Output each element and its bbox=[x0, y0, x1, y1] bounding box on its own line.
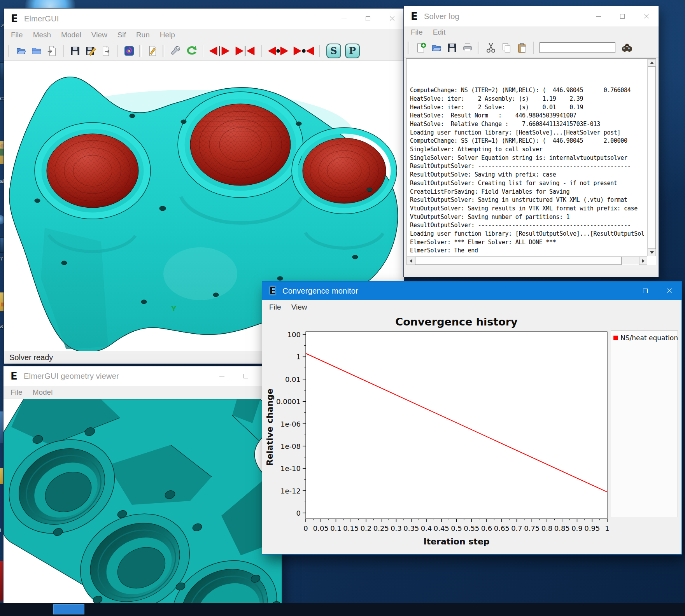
log-line: VtuOutputSolver: Saving results in VTK X… bbox=[410, 205, 647, 213]
minimize-button[interactable] bbox=[210, 366, 234, 386]
save-icon[interactable] bbox=[67, 43, 83, 59]
minimize-button[interactable] bbox=[332, 9, 356, 29]
svg-text:0.7: 0.7 bbox=[511, 524, 522, 532]
log-line: ResultOutputSolve: Saving with prefix: c… bbox=[410, 171, 647, 179]
menu-item[interactable]: Model bbox=[33, 388, 53, 397]
toolbar-handle[interactable] bbox=[408, 42, 410, 54]
convergence-monitor-window: E Convergence monitor FileView Convergen… bbox=[262, 282, 681, 554]
maximize-button[interactable] bbox=[633, 282, 657, 300]
scroll-right-button[interactable] bbox=[639, 257, 647, 265]
toolbar-handle[interactable] bbox=[163, 45, 165, 57]
menu-item[interactable]: Mesh bbox=[33, 31, 51, 39]
horizontal-scrollbar[interactable] bbox=[407, 256, 647, 264]
log-line: HeatSolve: Result Norm : 446.98045039941… bbox=[410, 112, 647, 120]
minimize-button[interactable] bbox=[586, 6, 610, 26]
maximize-button[interactable] bbox=[356, 9, 380, 29]
chart-area: Convergence history 10010.010.00011e-061… bbox=[262, 314, 681, 554]
merge-inward-point-icon[interactable] bbox=[291, 43, 317, 59]
svg-text:0.55: 0.55 bbox=[464, 524, 479, 532]
print-icon[interactable] bbox=[460, 40, 475, 56]
title-bar[interactable]: E Solver log bbox=[404, 6, 659, 26]
geometry-viewer-window: E ElmerGUI geometry viewer FileModel bbox=[4, 366, 282, 616]
cut-icon[interactable] bbox=[483, 40, 499, 56]
menu-item[interactable]: Run bbox=[136, 31, 150, 39]
svg-text:0.2: 0.2 bbox=[361, 524, 372, 532]
svg-text:0.0001: 0.0001 bbox=[276, 397, 301, 406]
menu-item[interactable]: Edit bbox=[433, 28, 446, 37]
redo-icon[interactable] bbox=[184, 43, 199, 59]
import-document-icon[interactable] bbox=[44, 43, 60, 59]
scroll-down-button[interactable] bbox=[648, 249, 656, 256]
merge-inward-icon[interactable] bbox=[232, 43, 258, 59]
open-icon[interactable] bbox=[429, 40, 444, 56]
split-outward-point-icon[interactable] bbox=[265, 43, 291, 59]
window-title: Solver log bbox=[424, 12, 459, 21]
title-bar[interactable]: E ElmerGUI bbox=[4, 9, 404, 29]
geometry-viewport[interactable] bbox=[4, 399, 282, 616]
menu-item[interactable]: File bbox=[411, 28, 423, 37]
close-button[interactable] bbox=[657, 282, 681, 300]
log-line: ResultOutputSolver: Creating list for sa… bbox=[410, 179, 647, 188]
export-document-icon[interactable] bbox=[98, 43, 114, 59]
toolbar-handle[interactable] bbox=[8, 45, 10, 57]
menu-item[interactable]: File bbox=[11, 388, 23, 397]
menu-item[interactable]: Help bbox=[160, 31, 175, 39]
svg-text:0.85: 0.85 bbox=[554, 524, 570, 532]
svg-text:0: 0 bbox=[303, 524, 308, 532]
log-line: SingleSolver: Attempting to call solver bbox=[410, 145, 647, 154]
copy-icon[interactable] bbox=[499, 40, 514, 56]
log-line: Loading user function library: [ResultOu… bbox=[410, 230, 647, 238]
scrollbar-thumb[interactable] bbox=[648, 66, 656, 249]
scroll-left-button[interactable] bbox=[407, 257, 415, 265]
legend-label: NS/heat equation bbox=[620, 334, 678, 342]
menu-item[interactable]: View bbox=[91, 31, 107, 39]
scroll-up-button[interactable] bbox=[648, 59, 656, 66]
taskbar-app-button[interactable] bbox=[53, 604, 84, 614]
close-button[interactable] bbox=[380, 9, 404, 29]
save-icon[interactable] bbox=[444, 40, 460, 56]
svg-text:0.3: 0.3 bbox=[391, 524, 402, 532]
toolbar-handle[interactable] bbox=[319, 45, 321, 57]
paraview-icon[interactable] bbox=[121, 43, 137, 59]
solver-log-text[interactable]: ComputeChange: NS (ITER=2) (NRM,RELC): (… bbox=[407, 59, 647, 256]
menu-item[interactable]: File bbox=[11, 31, 23, 39]
search-input[interactable] bbox=[540, 42, 615, 53]
new-document-icon[interactable] bbox=[413, 40, 429, 56]
edit-sif-icon[interactable] bbox=[145, 43, 160, 59]
log-line: HeatSolve: iter: 2 Solve: (s) 0.01 0.19 bbox=[410, 103, 647, 112]
menu-item[interactable]: Sif bbox=[117, 31, 126, 39]
title-bar[interactable]: E Convergence monitor bbox=[262, 282, 681, 300]
close-button[interactable] bbox=[634, 6, 659, 26]
status-text: Solver ready bbox=[9, 353, 53, 362]
menu-item[interactable]: View bbox=[291, 303, 307, 312]
title-bar[interactable]: E ElmerGUI geometry viewer bbox=[4, 366, 282, 386]
svg-text:0.1: 0.1 bbox=[330, 524, 342, 532]
find-icon[interactable] bbox=[619, 40, 635, 56]
wrench-icon[interactable] bbox=[168, 43, 184, 59]
start-solver-button[interactable]: S bbox=[326, 44, 341, 58]
desktop-icon-label: C bbox=[0, 96, 4, 102]
vertical-scrollbar[interactable] bbox=[647, 59, 655, 256]
menu-bar: FileModel bbox=[4, 386, 282, 399]
log-line: ComputeChange: SS (ITER=1) (NRM,RELC): (… bbox=[410, 137, 647, 145]
menu-item[interactable]: Model bbox=[61, 31, 81, 39]
toolbar-handle[interactable] bbox=[139, 45, 142, 57]
log-line: CreateListForSaving: Field Variables for… bbox=[410, 188, 647, 196]
maximize-button[interactable] bbox=[234, 366, 258, 386]
start-postprocessor-button[interactable]: P bbox=[345, 44, 360, 58]
svg-text:1e-08: 1e-08 bbox=[280, 442, 301, 450]
scrollbar-thumb[interactable] bbox=[415, 257, 622, 265]
svg-text:0: 0 bbox=[296, 509, 301, 517]
open-folder-icon[interactable] bbox=[29, 43, 44, 59]
minimize-button[interactable] bbox=[609, 282, 633, 300]
menu-item[interactable]: File bbox=[269, 303, 281, 312]
split-outward-icon[interactable] bbox=[207, 43, 232, 59]
save-as-icon[interactable] bbox=[83, 43, 98, 59]
toolbar-handle[interactable] bbox=[478, 42, 480, 54]
svg-text:0.05: 0.05 bbox=[313, 524, 329, 532]
maximize-button[interactable] bbox=[610, 6, 634, 26]
legend-marker bbox=[613, 336, 618, 340]
paste-icon[interactable] bbox=[514, 40, 530, 56]
open-icon[interactable] bbox=[13, 43, 29, 59]
log-line: Loading user function library: [HeatSolv… bbox=[410, 129, 647, 137]
